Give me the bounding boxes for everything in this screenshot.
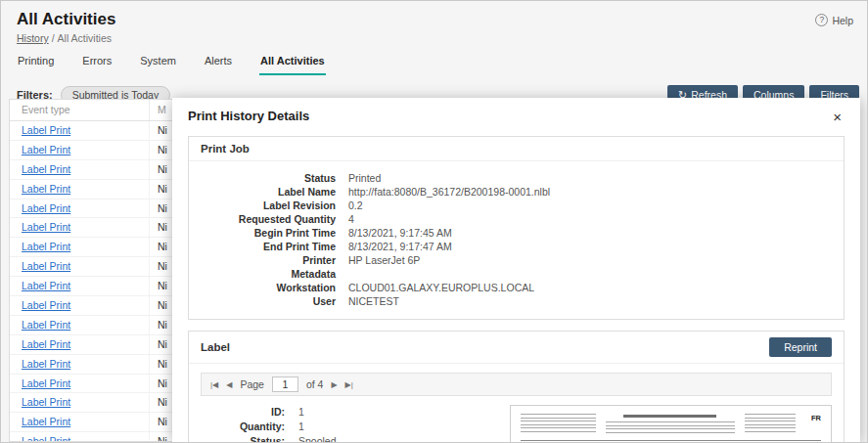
label-preview-top: FR — [521, 414, 821, 434]
tab-all-activities[interactable]: All Activities — [259, 53, 326, 75]
field-value: http://fata:8080/B_36172/B200198-0001.nl… — [348, 185, 550, 199]
field-value: NICETEST — [348, 294, 399, 308]
tab-errors[interactable]: Errors — [81, 53, 113, 75]
field-row: Metadata — [189, 267, 844, 281]
field-label: End Print Time — [189, 240, 336, 253]
event-type-cell: Label Print — [10, 375, 149, 393]
first-page-icon[interactable]: |◀ — [210, 380, 218, 389]
event-type-link[interactable]: Label Print — [22, 396, 70, 408]
event-type-cell: Label Print — [10, 296, 149, 315]
event-type-link[interactable]: Label Print — [22, 163, 70, 175]
event-type-cell: Label Print — [10, 257, 149, 276]
tab-printing[interactable]: Printing — [17, 53, 55, 75]
event-type-link[interactable]: Label Print — [22, 435, 70, 442]
event-type-link[interactable]: Label Print — [22, 377, 70, 389]
tab-bar: Printing Errors System Alerts All Activi… — [1, 53, 867, 75]
event-type-cell: Label Print — [10, 335, 149, 354]
event-type-link[interactable]: Label Print — [22, 338, 70, 350]
field-value: 0.2 — [348, 199, 363, 212]
event-type-cell: Label Print — [10, 141, 149, 159]
field-row: Status Printed — [189, 171, 844, 185]
print-job-section-header: Print Job — [189, 137, 844, 161]
info-value: 1 — [298, 405, 304, 420]
breadcrumb-current: All Activities — [58, 32, 112, 44]
field-row: Workstation CLOUD01.GALAXY.EUROPLUS.LOCA… — [189, 281, 844, 294]
event-type-link[interactable]: Label Print — [22, 319, 70, 331]
event-type-cell: Label Print — [10, 432, 149, 442]
page-label: Page — [240, 378, 264, 390]
field-value: HP LaserJet 6P — [348, 253, 420, 267]
print-job-fields: Status Printed Label Name http://fata:80… — [189, 161, 844, 319]
event-type-cell: Label Print — [10, 316, 149, 334]
tab-alerts[interactable]: Alerts — [204, 53, 233, 75]
preview-text-block — [745, 414, 796, 434]
event-type-link[interactable]: Label Print — [22, 124, 70, 136]
event-type-cell: Label Print — [10, 199, 149, 218]
label-info-fields: ID: 1 Quantity: 1 Status: Spooled — [201, 405, 494, 442]
preview-country-code-1: FR — [805, 414, 821, 434]
print-job-title: Print Job — [201, 143, 250, 155]
close-icon[interactable]: × — [830, 109, 845, 125]
info-value: Spooled — [298, 434, 337, 442]
event-type-link[interactable]: Label Print — [22, 241, 70, 252]
event-type-cell: Label Print — [10, 121, 149, 140]
page-input[interactable] — [272, 377, 298, 392]
help-icon: ? — [815, 14, 828, 26]
event-type-cell: Label Print — [10, 218, 149, 237]
info-label: ID: — [201, 405, 285, 420]
label-preview: FR DK — [510, 405, 832, 442]
event-type-link[interactable]: Label Print — [22, 358, 70, 370]
page-title: All Activities — [17, 10, 851, 29]
field-label: Metadata — [189, 267, 336, 281]
label-section: Label Reprint |◀ ◀ Page of 4 ▶ ▶| ID: 1 — [188, 331, 845, 442]
help-link[interactable]: ? Help — [815, 14, 853, 26]
event-type-cell: Label Print — [10, 160, 149, 179]
event-type-cell: Label Print — [10, 355, 149, 374]
field-label: Label Name — [189, 185, 336, 199]
info-label: Quantity: — [201, 420, 285, 434]
field-label: Workstation — [189, 281, 336, 294]
event-type-link[interactable]: Label Print — [22, 183, 70, 195]
field-label: Status — [189, 171, 336, 185]
next-page-icon[interactable]: ▶ — [331, 380, 337, 389]
event-type-link[interactable]: Label Print — [22, 260, 70, 272]
field-label: Begin Print Time — [189, 226, 336, 240]
info-row: Status: Spooled — [201, 434, 494, 442]
field-label: Label Revision — [189, 199, 336, 212]
print-job-section: Print Job Status Printed Label Name http… — [188, 136, 845, 320]
field-row: Printer HP LaserJet 6P — [189, 253, 844, 267]
field-row: Begin Print Time 8/13/2021, 9:17:45 AM — [189, 226, 844, 240]
info-value: 1 — [298, 420, 304, 434]
field-value: CLOUD01.GALAXY.EUROPLUS.LOCAL — [348, 281, 534, 294]
preview-title-block — [606, 414, 735, 434]
pager: |◀ ◀ Page of 4 ▶ ▶| — [201, 373, 832, 396]
page-header: All Activities History/All Activities ? … — [1, 1, 867, 44]
event-type-link[interactable]: Label Print — [22, 280, 70, 291]
preview-divider — [521, 440, 821, 441]
last-page-icon[interactable]: ▶| — [345, 380, 353, 389]
label-section-content: |◀ ◀ Page of 4 ▶ ▶| ID: 1 Quantity: 1 — [189, 364, 844, 442]
event-type-link[interactable]: Label Print — [22, 144, 70, 155]
event-type-link[interactable]: Label Print — [22, 221, 70, 233]
event-type-link[interactable]: Label Print — [22, 202, 70, 214]
column-header-event-type[interactable]: Event type — [10, 100, 149, 120]
label-section-title: Label — [201, 341, 230, 353]
tab-system[interactable]: System — [139, 53, 177, 75]
field-value: Printed — [348, 171, 381, 185]
page-of-label: of 4 — [306, 378, 324, 390]
info-row: ID: 1 — [201, 405, 494, 420]
event-type-link[interactable]: Label Print — [22, 416, 70, 427]
prev-page-icon[interactable]: ◀ — [226, 380, 232, 389]
field-row: Label Name http://fata:8080/B_36172/B200… — [189, 185, 844, 199]
breadcrumb-history-link[interactable]: History — [17, 32, 49, 44]
event-type-link[interactable]: Label Print — [22, 299, 70, 311]
field-label: Printer — [189, 253, 336, 267]
reprint-button[interactable]: Reprint — [769, 337, 832, 357]
info-label: Status: — [201, 434, 285, 442]
event-type-cell: Label Print — [10, 180, 149, 199]
print-history-details-panel: Print History Details × Print Job Status… — [172, 98, 860, 442]
help-label: Help — [832, 15, 853, 26]
breadcrumb-separator: / — [52, 32, 55, 44]
event-type-cell: Label Print — [10, 277, 149, 295]
event-type-cell: Label Print — [10, 238, 149, 256]
